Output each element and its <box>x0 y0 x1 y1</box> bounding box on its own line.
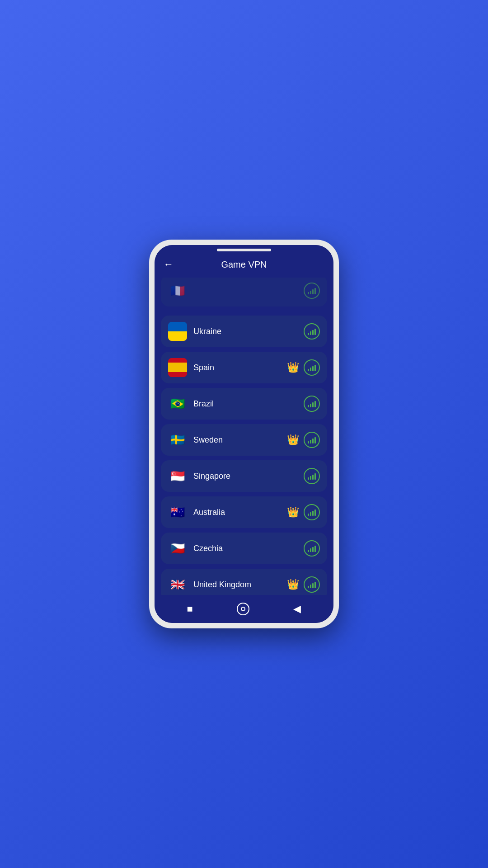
signal-bar-2 <box>310 440 311 443</box>
signal-bar-4 <box>314 582 316 588</box>
list-item[interactable]: Ukraine <box>161 316 327 347</box>
signal-bar-2 <box>310 331 311 335</box>
back-nav-button[interactable]: ◀ <box>291 600 304 618</box>
signal-bar-3 <box>312 366 314 371</box>
signal-bar-4 <box>314 546 316 552</box>
signal-icon <box>304 323 320 340</box>
country-name: United Kingdom <box>193 580 287 590</box>
flag-australia: 🇦🇺 <box>168 503 187 522</box>
country-name: Czechia <box>193 544 304 553</box>
signal-bar-4 <box>314 329 316 335</box>
country-name: Sweden <box>193 435 287 445</box>
signal-bar-3 <box>312 475 314 480</box>
signal-bar-2 <box>310 512 311 516</box>
signal-bar-3 <box>312 289 314 294</box>
signal-bar-1 <box>308 550 309 552</box>
signal-bars <box>308 545 316 552</box>
signal-bar-2 <box>310 585 311 588</box>
signal-bar-4 <box>314 473 316 480</box>
bottom-navigation: ■ ◀ <box>155 595 333 623</box>
list-item[interactable]: 🇫🇷 <box>161 278 327 307</box>
country-name: Brazil <box>193 399 304 409</box>
stop-button[interactable]: ■ <box>184 600 196 618</box>
home-button[interactable] <box>237 603 249 615</box>
signal-icon <box>304 576 320 593</box>
signal-bar-2 <box>310 476 311 480</box>
signal-bar-3 <box>312 511 314 516</box>
flag-icon: 🇫🇷 <box>168 281 187 300</box>
signal-bar-3 <box>312 547 314 552</box>
signal-bar-1 <box>308 514 309 516</box>
signal-icon <box>304 283 320 299</box>
flag-uk: 🇬🇧 <box>168 575 187 594</box>
back-button[interactable]: ← <box>164 259 174 270</box>
list-item[interactable]: 🇸🇪 Sweden 👑 <box>161 424 327 456</box>
signal-bar-2 <box>310 404 311 407</box>
signal-bars <box>308 287 316 294</box>
home-icon <box>241 607 245 611</box>
signal-icon <box>304 432 320 448</box>
signal-bar-4 <box>314 365 316 371</box>
crown-icon: 👑 <box>287 506 299 518</box>
signal-bar-3 <box>312 330 314 335</box>
app-header: ← Game VPN <box>155 253 333 278</box>
signal-bar-4 <box>314 401 316 407</box>
phone-frame: ← Game VPN 🇫🇷 Ukra <box>149 240 339 628</box>
signal-icon <box>304 359 320 376</box>
country-name: Spain <box>193 363 287 373</box>
crown-icon: 👑 <box>287 362 299 373</box>
country-list: 🇫🇷 Ukraine <box>155 278 333 595</box>
flag-spain <box>168 358 187 377</box>
signal-bar-1 <box>308 405 309 407</box>
signal-bar-1 <box>308 333 309 335</box>
signal-bar-1 <box>308 477 309 480</box>
phone-screen: ← Game VPN 🇫🇷 Ukra <box>155 245 333 623</box>
signal-bar-4 <box>314 288 316 294</box>
signal-bar-3 <box>312 439 314 443</box>
signal-icon <box>304 504 320 520</box>
signal-bar-4 <box>314 509 316 516</box>
signal-bar-2 <box>310 368 311 371</box>
flag-sweden: 🇸🇪 <box>168 430 187 449</box>
signal-bars <box>308 509 316 516</box>
signal-bar-2 <box>310 291 311 294</box>
signal-bar-4 <box>314 437 316 443</box>
signal-bar-1 <box>308 586 309 588</box>
notch <box>217 249 271 251</box>
signal-bars <box>308 472 316 480</box>
signal-bar-1 <box>308 292 309 294</box>
country-name: Australia <box>193 508 287 517</box>
list-item[interactable]: 🇧🇷 Brazil <box>161 388 327 420</box>
signal-bars <box>308 328 316 335</box>
signal-bars <box>308 436 316 443</box>
flag-singapore: 🇸🇬 <box>168 467 187 486</box>
country-name: Singapore <box>193 472 304 481</box>
list-item[interactable]: 🇸🇬 Singapore <box>161 460 327 492</box>
signal-bars <box>308 581 316 588</box>
header-title: Game VPN <box>181 259 307 270</box>
country-name: Ukraine <box>193 327 304 336</box>
signal-bar-1 <box>308 369 309 371</box>
signal-icon <box>304 468 320 484</box>
signal-bar-3 <box>312 402 314 407</box>
signal-icon <box>304 540 320 557</box>
crown-icon: 👑 <box>287 579 299 590</box>
signal-bar-1 <box>308 441 309 443</box>
list-item[interactable]: Spain 👑 <box>161 352 327 383</box>
signal-icon <box>304 396 320 412</box>
signal-bars <box>308 400 316 407</box>
signal-bar-3 <box>312 583 314 588</box>
list-item[interactable]: 🇬🇧 United Kingdom 👑 <box>161 569 327 595</box>
list-item[interactable]: 🇦🇺 Australia 👑 <box>161 496 327 528</box>
flag-ukraine <box>168 322 187 341</box>
list-item[interactable]: 🇨🇿 Czechia <box>161 533 327 564</box>
signal-bar-2 <box>310 548 311 552</box>
flag-czechia: 🇨🇿 <box>168 539 187 558</box>
signal-bars <box>308 364 316 371</box>
flag-brazil: 🇧🇷 <box>168 394 187 413</box>
notch-area <box>155 245 333 253</box>
crown-icon: 👑 <box>287 434 299 446</box>
